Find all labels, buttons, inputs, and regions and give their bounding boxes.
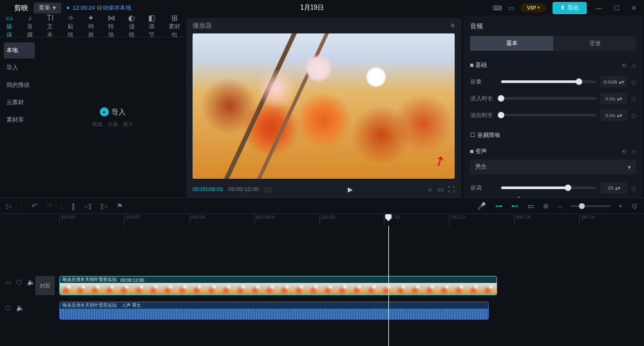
keyframe-icon[interactable]: ◇ bbox=[631, 112, 636, 119]
close-button[interactable]: ✕ bbox=[629, 5, 639, 12]
slider-value[interactable]: 0.0s ▴▾ bbox=[600, 93, 627, 104]
preview-icon[interactable]: ▭ bbox=[527, 202, 534, 210]
player-column: 播放器 ≡ ➚ 00:00:09:01 00:00:12:00 ▯▯ ▶ ⟐ ▭… bbox=[186, 18, 461, 197]
ruler-mark: |00:00:6 bbox=[254, 214, 319, 226]
keyframe-icon[interactable]: ◇ bbox=[632, 149, 636, 155]
visibility-icon[interactable]: ▭ bbox=[5, 278, 11, 286]
vip-badge[interactable]: VIP • bbox=[520, 3, 546, 12]
player-header: 播放器 ≡ bbox=[186, 18, 461, 33]
zoom-in-icon[interactable]: + bbox=[619, 202, 623, 210]
ruler-mark: |00:14 bbox=[514, 214, 579, 226]
reset-icon[interactable]: ⟲ bbox=[621, 149, 627, 155]
export-button[interactable]: ⬆ 导出 bbox=[553, 2, 587, 14]
import-dropzone[interactable]: + 导入 视频、音频、图片 bbox=[39, 37, 186, 197]
resource-tab-8[interactable]: ⊞素材包 bbox=[168, 14, 181, 39]
playhead-handle[interactable] bbox=[385, 214, 392, 221]
tab-basic[interactable]: 基本 bbox=[470, 36, 553, 51]
zoom-out-icon[interactable]: – bbox=[558, 202, 562, 210]
slider-value[interactable]: 0.0s ▴▾ bbox=[600, 109, 627, 121]
ratio-button[interactable]: ▭ bbox=[437, 186, 443, 193]
resource-tab-7[interactable]: ◧调节 bbox=[147, 14, 156, 39]
undo-icon[interactable]: ↶ bbox=[32, 202, 37, 210]
reset-icon[interactable]: ⟲ bbox=[621, 62, 627, 69]
zoom-slider[interactable] bbox=[571, 205, 610, 207]
ruler-mark: |00:10 bbox=[384, 214, 449, 226]
minimize-button[interactable]: — bbox=[593, 5, 605, 12]
resource-tab-2[interactable]: TI文本 bbox=[46, 14, 55, 39]
slider-track[interactable] bbox=[501, 114, 596, 116]
lock-icon[interactable]: ⬡ bbox=[16, 278, 22, 286]
zoom-fit-icon[interactable]: ⊙ bbox=[632, 202, 638, 210]
resource-tab-0[interactable]: ▭媒体 bbox=[5, 14, 14, 39]
properties-panel: 音频 基本 变速 ◙ 基础 ⟲◇ 音量0.0dB ▴▾◇淡入时长0.0s ▴▾◇… bbox=[464, 15, 643, 197]
delete-left-icon[interactable]: ◁| bbox=[84, 202, 91, 210]
audio-clip[interactable]: 唯美意境冬天初叶雪景实拍人声 男生 bbox=[59, 302, 489, 320]
mute-icon[interactable]: 🔈 bbox=[27, 278, 35, 286]
slider-value[interactable]: 29 ▴▾ bbox=[600, 182, 627, 194]
app-logo: 剪映 bbox=[5, 3, 28, 13]
video-clip[interactable]: 唯美意境冬天初叶雪景实拍00:00:12:00 bbox=[59, 276, 497, 295]
sidenav-item-0[interactable]: 本地 bbox=[4, 42, 35, 59]
flag-icon[interactable]: ⚑ bbox=[117, 202, 123, 210]
slider-track[interactable] bbox=[501, 80, 596, 83]
resource-tabs: ▭媒体♪音频TI文本✧贴纸✦特效⋈转场◐滤镜◧调节⊞素材包 bbox=[0, 15, 186, 37]
slider-track[interactable] bbox=[501, 97, 596, 100]
timeline-tracks[interactable]: ▭ ⬡ 🔈 ⬡ 🔈 封面 唯美意境冬天初叶雪景实拍00:00:12:00 唯美意… bbox=[0, 226, 644, 346]
import-button[interactable]: + 导入 bbox=[100, 107, 126, 117]
fullscreen-icon[interactable]: ⛶ bbox=[448, 186, 455, 193]
slider-row: 淡出时长0.0s ▴▾◇ bbox=[470, 107, 636, 123]
resource-tab-5[interactable]: ⋈转场 bbox=[107, 14, 116, 39]
chevron-down-icon: ▾ bbox=[53, 5, 56, 11]
mute-icon[interactable]: 🔈 bbox=[16, 304, 24, 311]
tab-speed[interactable]: 变速 bbox=[553, 36, 636, 51]
delete-right-icon[interactable]: |▷ bbox=[100, 202, 108, 210]
layout-icon[interactable]: ▭ bbox=[508, 5, 514, 12]
resource-tab-6[interactable]: ◐滤镜 bbox=[127, 14, 136, 39]
slider-row: 音量0.0dB ▴▾◇ bbox=[470, 73, 636, 90]
maximize-button[interactable]: ☐ bbox=[611, 5, 622, 12]
cover-tag[interactable]: 封面 bbox=[35, 276, 55, 295]
clip-thumbnail bbox=[438, 283, 453, 295]
section-noise[interactable]: ☐ 音频降噪 bbox=[470, 127, 636, 143]
sidenav-item-4[interactable]: 素材库 bbox=[4, 112, 35, 128]
sidenav-item-3[interactable]: 云素材 bbox=[4, 95, 35, 111]
slider-label: 淡入时长 bbox=[470, 95, 497, 103]
select-tool-icon[interactable]: ▷ bbox=[6, 202, 12, 210]
clip-thumbnail bbox=[104, 283, 118, 295]
ruler-mark: |00:04 bbox=[189, 214, 254, 226]
slider-value[interactable]: 0.0dB ▴▾ bbox=[600, 76, 627, 87]
keyframe-icon[interactable]: ◇ bbox=[631, 78, 636, 86]
video-canvas[interactable]: ➚ bbox=[193, 33, 455, 179]
mic-icon[interactable]: 🎤 bbox=[477, 202, 486, 210]
keyframe-icon[interactable]: ◇ bbox=[632, 62, 636, 69]
split-icon[interactable]: ‖ bbox=[71, 202, 75, 210]
menu-dropdown[interactable]: 菜单▾ bbox=[33, 3, 61, 14]
play-button[interactable]: ▶ bbox=[277, 186, 423, 193]
magnet-icon[interactable]: ⊶ bbox=[495, 202, 502, 210]
crop-safe-icon[interactable]: ⟐ bbox=[428, 186, 432, 193]
clip-thumbnail bbox=[89, 283, 104, 295]
keyframe-icon[interactable]: ◇ bbox=[631, 95, 636, 102]
sidenav-item-1[interactable]: 导入 bbox=[4, 60, 35, 76]
player-menu-icon[interactable]: ≡ bbox=[451, 22, 455, 29]
resource-tab-3[interactable]: ✧贴纸 bbox=[66, 14, 75, 39]
clip-thumbnail bbox=[191, 283, 205, 295]
timeline-ruler[interactable]: |00:00|00:02|00:04|00:00:6|00:08|00:10|0… bbox=[0, 214, 644, 226]
library-sidenav: 本地导入我的预设云素材素材库 bbox=[0, 37, 39, 197]
voice-preset-select[interactable]: 男生▾ bbox=[470, 159, 636, 174]
link-icon[interactable]: ⊷ bbox=[511, 202, 518, 210]
track-align-icon[interactable]: ⊕ bbox=[543, 202, 549, 210]
clip-thumbnail bbox=[176, 283, 191, 295]
lock-icon[interactable]: ⬡ bbox=[5, 304, 11, 311]
redo-icon[interactable]: ↷ bbox=[46, 202, 52, 210]
clip-thumbnail bbox=[380, 283, 395, 295]
keyframe-icon[interactable]: ◇ bbox=[631, 185, 636, 192]
sidenav-item-2[interactable]: 我的预设 bbox=[4, 77, 35, 93]
playhead-line[interactable] bbox=[388, 226, 389, 346]
shortcuts-icon[interactable]: ⌨ bbox=[493, 5, 502, 12]
slider-track[interactable] bbox=[501, 187, 596, 189]
prev-keyframe-icon[interactable]: ▯▯ bbox=[264, 186, 272, 193]
resource-tab-4[interactable]: ✦特效 bbox=[86, 14, 95, 39]
slider-label: 音量 bbox=[470, 78, 497, 86]
resource-tab-1[interactable]: ♪音频 bbox=[26, 14, 35, 39]
